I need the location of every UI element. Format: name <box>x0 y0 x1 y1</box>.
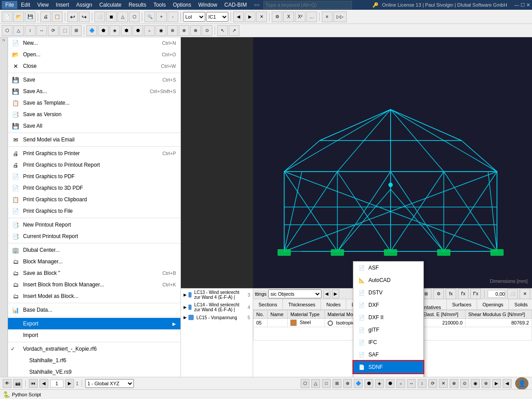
nav-page-input[interactable] <box>50 379 63 387</box>
bp-fx2[interactable]: f'x <box>458 289 469 299</box>
menu-view[interactable]: View <box>34 1 52 9</box>
export-saf[interactable]: 📄 SAF <box>353 348 423 361</box>
menu-calculate[interactable]: Calculate <box>96 1 125 9</box>
tb34[interactable]: ◉ <box>156 25 166 36</box>
tb33[interactable]: ⬦ <box>144 25 155 36</box>
sb6[interactable]: 🔷 <box>354 379 363 388</box>
menu-insert[interactable]: Insert <box>52 1 73 9</box>
tab-surfaces[interactable]: Surfaces <box>447 299 477 309</box>
tb22[interactable]: △ <box>13 25 24 36</box>
menu-item-print-printer[interactable]: 🖨 Print Graphics to Printer Ctrl+P <box>8 148 180 159</box>
tb25[interactable]: ⟳ <box>48 25 59 36</box>
export-ifc[interactable]: 📄 IFC <box>353 336 423 348</box>
menu-item-recent-3[interactable]: Stahlhalle_VE.rs9 <box>8 366 180 377</box>
toolbar-redo[interactable]: ↪ <box>79 12 90 22</box>
sb10[interactable]: ⬦ <box>396 379 405 388</box>
tb40[interactable]: ↗ <box>229 25 239 36</box>
bp-maximize[interactable]: ⬜ <box>507 289 518 299</box>
tb15[interactable]: ≡ <box>322 12 332 22</box>
tb9[interactable]: ▶ <box>245 12 255 22</box>
tb4[interactable]: ⬡ <box>129 12 140 22</box>
tb35[interactable]: ⊛ <box>167 25 178 36</box>
export-sdnf[interactable]: 📄 SDNF <box>353 361 423 373</box>
sb2[interactable]: △ <box>311 379 320 388</box>
menu-item-save-as[interactable]: 💾 Save As... Ctrl+Shift+S <box>8 86 180 97</box>
tb27[interactable]: ⊞ <box>71 25 82 36</box>
menu-item-block-manager[interactable]: 🗂 Block Manager... <box>8 256 180 267</box>
toolbar-new[interactable]: 📄 <box>2 12 12 22</box>
menu-cadbim[interactable]: CAD-BIM <box>221 1 250 9</box>
sb11[interactable]: ↔ <box>407 379 416 388</box>
menu-item-print-clipboard[interactable]: 📋 Print Graphics to Clipboard <box>8 194 180 205</box>
menu-file[interactable]: File <box>2 1 17 9</box>
tab-nodes[interactable]: Nodes <box>321 299 346 309</box>
nav-prev-prev[interactable]: ⏮ <box>29 379 38 388</box>
tree-item-lc14[interactable]: ▶ LC14 - Wind senkrecht zur Wand 4 (E-F-… <box>181 301 253 313</box>
tree-item-lc15[interactable]: ▶ LC15 - Vorspannung 5 <box>181 313 253 321</box>
tb28[interactable]: 🔷 <box>86 25 97 36</box>
toolbar-save[interactable]: 💾 <box>25 12 35 22</box>
menu-item-new-printout[interactable]: 📑 New Printout Report <box>8 219 180 231</box>
menu-item-open[interactable]: 📂 Open... Ctrl+O <box>8 49 180 60</box>
prev-obj[interactable]: ◀ <box>323 289 330 298</box>
export-autocad[interactable]: 📐 AutoCAD <box>353 274 423 286</box>
tb36[interactable]: ⊕ <box>179 25 189 36</box>
sb9[interactable]: ⬣ <box>386 379 395 388</box>
sb18[interactable]: ⊛ <box>481 379 490 388</box>
sb1[interactable]: ⬡ <box>301 379 309 388</box>
menu-window[interactable]: Window <box>195 1 221 9</box>
menu-item-print-3dpdf[interactable]: 📄 Print Graphics to 3D PDF <box>8 182 180 194</box>
sb20[interactable]: ◀ <box>503 379 512 388</box>
sb15[interactable]: ⊗ <box>450 379 458 388</box>
menu-edit[interactable]: Edit <box>17 1 34 9</box>
tb37[interactable]: ⊗ <box>190 25 201 36</box>
tb23[interactable]: ↕ <box>25 25 35 36</box>
nav-eye[interactable]: 👁 <box>3 379 12 388</box>
menu-item-export[interactable]: Export ▶ <box>8 318 180 329</box>
menu-item-print-file[interactable]: 📄 Print Graphics to File <box>8 205 180 217</box>
menu-item-close[interactable]: ✕ Close Ctrl+W <box>8 60 180 72</box>
toolbar-print[interactable]: 🖨 <box>40 12 51 22</box>
tb8[interactable]: ◀ <box>233 12 244 22</box>
keyword-search[interactable] <box>263 1 352 9</box>
toolbar-open[interactable]: 📂 <box>13 12 24 22</box>
tab-thicknesses[interactable]: Thicknesses <box>283 299 321 309</box>
sb3[interactable]: □ <box>322 379 331 388</box>
view-select[interactable]: LoI <box>183 12 205 22</box>
viewport-3d[interactable]: Dimensions [mm] <box>253 37 532 288</box>
view-combo[interactable]: 1 - Global XYZ <box>85 379 134 388</box>
tb26[interactable]: ⬚ <box>59 25 70 36</box>
tb6[interactable]: + <box>156 12 167 22</box>
nav-video[interactable]: 📷 <box>13 379 22 388</box>
sb4[interactable]: ⊞ <box>332 379 341 388</box>
sb7[interactable]: ⬟ <box>364 379 373 388</box>
menu-item-dlubal-center[interactable]: 🏢 Dlubal Center... <box>8 244 180 256</box>
tab-solids[interactable]: Solids <box>509 299 532 309</box>
sb16[interactable]: ⊙ <box>460 379 469 388</box>
nav-next[interactable]: ▶ <box>65 379 74 388</box>
menu-item-insert-model[interactable]: 🗂 Insert Model as Block... <box>8 290 180 302</box>
tree-item-lc13[interactable]: ▶ LC13 - Wind senkrecht zur Wand 4 (E-F-… <box>181 289 253 301</box>
menu-item-current-printout[interactable]: 📑 Current Printout Report <box>8 231 180 242</box>
menu-item-save-version[interactable]: 📑 Save as Version <box>8 109 180 120</box>
tb32[interactable]: ⬣ <box>133 25 143 36</box>
tb13[interactable]: X² <box>295 12 305 22</box>
sb8[interactable]: ◈ <box>375 379 384 388</box>
tb12[interactable]: X <box>283 12 294 22</box>
menu-item-import[interactable]: Import <box>8 329 180 341</box>
tb11[interactable]: ⚙ <box>272 12 282 22</box>
sb13[interactable]: ⟳ <box>428 379 437 388</box>
menu-options[interactable]: Options <box>169 1 195 9</box>
tb39[interactable]: ↖ <box>217 25 228 36</box>
menu-item-base-data[interactable]: 📊 Base Data... <box>8 304 180 316</box>
export-dxf[interactable]: 📄 DXF <box>353 299 423 311</box>
export-dxf-ii[interactable]: 📄 DXF II <box>353 311 423 324</box>
menu-results[interactable]: Results <box>125 1 150 9</box>
sb14[interactable]: ✕ <box>439 379 448 388</box>
toolbar-pdf[interactable]: 📋 <box>52 12 63 22</box>
bp-fx[interactable]: fx <box>446 289 456 299</box>
menu-item-save-all[interactable]: 💾 Save All <box>8 120 180 132</box>
tb10[interactable]: ✕ <box>256 12 267 22</box>
menu-item-print-pdf[interactable]: 📄 Print Graphics to PDF <box>8 171 180 182</box>
sb19[interactable]: ▶ <box>492 379 501 388</box>
